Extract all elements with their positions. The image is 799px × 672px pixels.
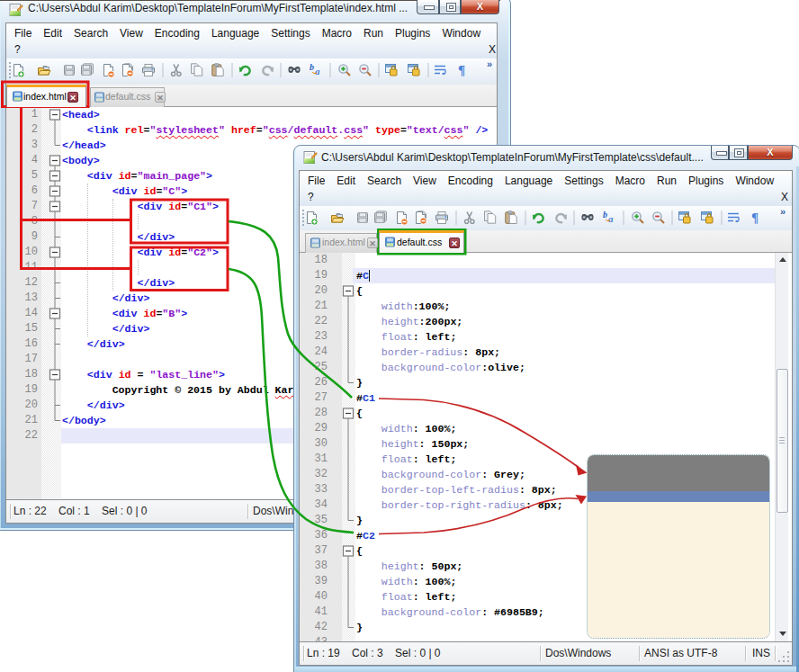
svg-text:a: a — [315, 66, 320, 76]
svg-text:¶: ¶ — [751, 211, 759, 225]
svg-text:a: a — [608, 213, 614, 224]
svg-text:b: b — [603, 210, 607, 220]
svg-text:¶: ¶ — [458, 63, 465, 77]
svg-text:b: b — [310, 62, 314, 72]
